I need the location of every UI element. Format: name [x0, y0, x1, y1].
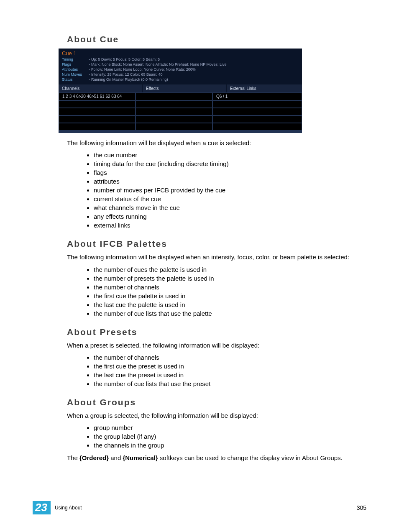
- heading-about-ifcb: About IFCB Palettes: [67, 239, 366, 249]
- list-item: the number of cue lists that use the pre…: [94, 379, 366, 388]
- list-item: the first cue the palette is used in: [94, 292, 366, 300]
- ss-label-timing: Timing: [62, 57, 88, 62]
- ss-label-attributes: Attributes: [62, 67, 88, 72]
- list-item: any effects running: [94, 212, 366, 221]
- ss-line-status: - Running On Master Playback (0.0 Remain…: [89, 77, 168, 82]
- text: and: [109, 454, 123, 461]
- ss-line-nummoves: - Intensity: 29 Focus: 12 Color: 65 Beam…: [89, 72, 163, 77]
- paragraph: When a group is selected, the following …: [67, 412, 366, 420]
- list-item: the group label (if any): [94, 432, 366, 441]
- paragraph: When a preset is selected, the following…: [67, 341, 366, 350]
- softkey-ordered: {Ordered}: [79, 454, 109, 461]
- list-item: timing data for the cue (including discr…: [94, 159, 366, 168]
- list-item: the first cue the preset is used in: [94, 362, 366, 371]
- heading-about-presets: About Presets: [67, 327, 366, 337]
- ss-col-external: External Links: [227, 84, 302, 92]
- chapter-title: Using About: [55, 505, 82, 511]
- list-item: number of moves per IFCB provided by the…: [94, 186, 366, 194]
- paragraph: The following information will be displa…: [67, 253, 366, 261]
- list-item: the last cue the preset is used in: [94, 371, 366, 379]
- paragraph: The {Ordered} and {Numerical} softkeys c…: [67, 454, 366, 462]
- list-item: the number of presets the palette is use…: [94, 274, 366, 283]
- ss-cell: Q6 / 1: [212, 92, 302, 100]
- ss-cell: 1 2 3 4 6>20 46>51 61 62 63 64: [59, 92, 136, 100]
- text: softkeys can be used to change the displ…: [158, 454, 343, 461]
- cue-screenshot: Cue 1 Timing - Up: 5 Down: 5 Focus: 5 Co…: [59, 49, 302, 133]
- ss-label-flags: Flags: [62, 62, 88, 67]
- ss-line-flags: - Mark: None Block: None Assert: None Al…: [89, 62, 227, 66]
- list-item: the number of channels: [94, 353, 366, 362]
- list-item: the number of cues the palette is used i…: [94, 265, 366, 274]
- list-item: the last cue the palette is used in: [94, 300, 366, 309]
- list-item: what channels move in the cue: [94, 203, 366, 212]
- softkey-numerical: {Numerical}: [123, 454, 158, 461]
- list-item: flags: [94, 168, 366, 177]
- ss-label-nummoves: Num Moves: [62, 72, 88, 77]
- ss-label-status: Status: [62, 77, 88, 82]
- list-item: the cue number: [94, 151, 366, 159]
- ss-col-effects: Effects: [143, 84, 227, 92]
- list-item: the channels in the group: [94, 441, 366, 450]
- heading-about-cue: About Cue: [67, 34, 366, 44]
- ss-col-channels: Channels: [59, 84, 143, 92]
- text: The: [67, 454, 79, 461]
- bullet-list-cue: the cue number timing data for the cue (…: [94, 151, 366, 230]
- ss-line-attributes: - Follow: None Link: None Loop: None Cur…: [89, 67, 196, 72]
- list-item: the number of channels: [94, 283, 366, 292]
- heading-about-groups: About Groups: [67, 397, 366, 407]
- bullet-list-ifcb: the number of cues the palette is used i…: [94, 265, 366, 318]
- list-item: the number of cue lists that use the pal…: [94, 309, 366, 318]
- chapter-number: 23: [33, 501, 51, 514]
- page-number: 305: [357, 504, 366, 511]
- ss-cell: [136, 92, 212, 100]
- list-item: group number: [94, 423, 366, 432]
- paragraph: The following information will be displa…: [67, 139, 366, 147]
- page-footer: 23 Using About 305: [33, 501, 366, 514]
- list-item: current status of the cue: [94, 194, 366, 203]
- list-item: external links: [94, 221, 366, 230]
- ss-title: Cue 1: [62, 51, 299, 56]
- bullet-list-groups: group number the group label (if any) th…: [94, 423, 366, 450]
- bullet-list-presets: the number of channels the first cue the…: [94, 353, 366, 388]
- list-item: attributes: [94, 177, 366, 186]
- ss-line-timing: - Up: 5 Down: 5 Focus: 5 Color: 5 Beam: …: [89, 57, 160, 61]
